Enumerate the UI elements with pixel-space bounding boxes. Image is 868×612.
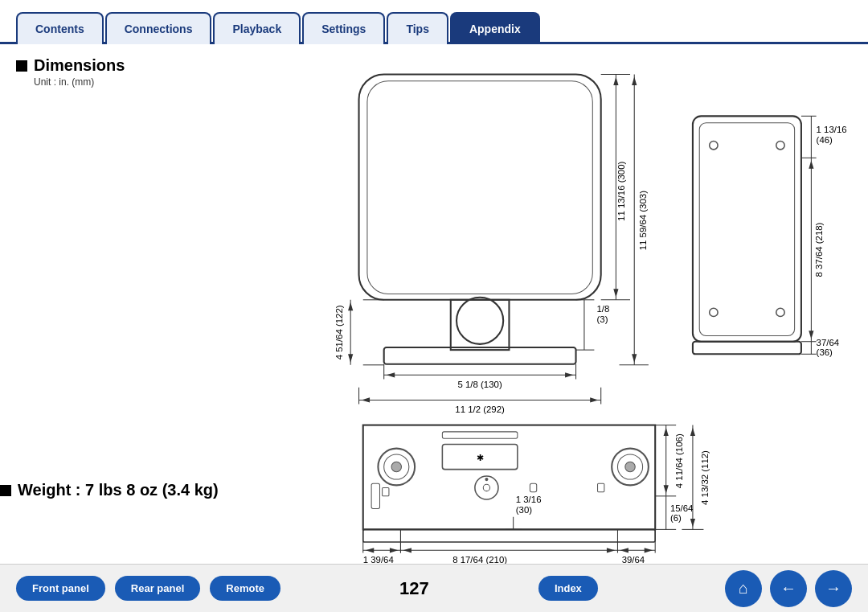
svg-marker-28 <box>590 397 598 402</box>
weight-icon <box>0 485 11 496</box>
svg-point-54 <box>391 462 401 471</box>
svg-marker-73 <box>690 519 695 527</box>
dim-speaker-height-1: 11 13/16 (300) <box>616 162 626 221</box>
weight-section: Weight : 7 lbs 8 oz (3.4 kg) <box>0 481 219 499</box>
dim-rec-bottom-2: (30) <box>516 505 532 515</box>
svg-rect-32 <box>693 116 801 341</box>
svg-marker-44 <box>809 160 813 168</box>
weight-text: Weight : 7 lbs 8 oz (3.4 kg) <box>18 481 219 499</box>
svg-rect-61 <box>598 483 604 491</box>
svg-marker-22 <box>387 372 395 377</box>
svg-rect-2 <box>451 300 510 350</box>
svg-marker-86 <box>620 548 628 552</box>
forward-button[interactable]: → <box>815 570 852 607</box>
svg-rect-33 <box>699 123 794 336</box>
tab-contents[interactable]: Contents <box>16 12 104 44</box>
svg-rect-1 <box>367 81 592 294</box>
back-icon: ← <box>780 579 796 598</box>
tab-tips[interactable]: Tips <box>387 12 448 44</box>
svg-rect-92 <box>363 529 655 542</box>
svg-marker-82 <box>403 548 411 552</box>
home-icon: ⌂ <box>739 579 748 598</box>
svg-point-35 <box>776 142 784 150</box>
svg-marker-78 <box>390 548 398 552</box>
svg-marker-68 <box>664 428 669 436</box>
svg-rect-38 <box>693 342 801 355</box>
svg-point-63 <box>483 484 489 491</box>
dim-side-bot-1: 37/64 <box>817 338 840 347</box>
front-panel-button[interactable]: Front panel <box>16 576 105 601</box>
dim-base-width: 5 1/8 (130) <box>458 380 502 389</box>
svg-marker-72 <box>690 428 695 436</box>
svg-marker-17 <box>348 302 353 310</box>
tab-playback[interactable]: Playback <box>213 12 301 44</box>
dim-base-small-1: 1/8 <box>597 304 610 314</box>
svg-marker-18 <box>348 354 353 362</box>
forward-icon: → <box>825 579 841 598</box>
tab-connections[interactable]: Connections <box>105 12 212 44</box>
svg-text:✱: ✱ <box>477 453 484 462</box>
dim-side-small-2: (6) <box>670 513 682 523</box>
svg-point-37 <box>776 308 784 316</box>
svg-marker-9 <box>613 289 618 297</box>
svg-marker-83 <box>607 548 615 552</box>
dim-base-small-2: (3) <box>597 314 608 324</box>
svg-point-3 <box>457 298 503 344</box>
svg-marker-69 <box>664 485 669 493</box>
svg-rect-58 <box>371 483 379 508</box>
home-button[interactable]: ⌂ <box>725 570 762 607</box>
dim-stand-height: 4 51/64 (122) <box>334 305 344 359</box>
svg-marker-77 <box>366 548 374 552</box>
navigation-tabs: Contents Connections Playback Settings T… <box>0 0 868 44</box>
rear-panel-button[interactable]: Rear panel <box>115 576 200 601</box>
dim-side-mid: 8 37/64 (218) <box>814 222 824 277</box>
svg-point-36 <box>710 308 718 316</box>
svg-marker-87 <box>645 548 653 552</box>
tab-settings[interactable]: Settings <box>302 12 385 44</box>
svg-rect-59 <box>383 487 389 495</box>
svg-rect-60 <box>530 483 536 491</box>
svg-rect-49 <box>442 432 517 438</box>
svg-marker-27 <box>362 397 370 402</box>
bottom-navigation: Front panel Rear panel Remote 127 Index … <box>0 564 868 612</box>
page-number: 127 <box>399 578 429 599</box>
svg-point-57 <box>625 462 635 471</box>
svg-rect-48 <box>363 425 655 530</box>
svg-marker-45 <box>809 331 813 339</box>
dim-total-width: 11 1/2 (292) <box>455 405 505 414</box>
main-content: Dimensions Unit : in. (mm) 11 13/16 ( <box>0 44 868 564</box>
dim-rec-main-width: 8 17/64 (210) <box>452 555 507 564</box>
dim-receiver-h1: 4 11/64 (106) <box>674 433 684 488</box>
dim-side-bot-2: (36) <box>817 347 833 357</box>
tab-appendix[interactable]: Appendix <box>450 12 540 44</box>
icon-buttons: ⌂ ← → <box>717 570 852 607</box>
svg-rect-0 <box>359 74 601 299</box>
svg-marker-13 <box>632 354 637 362</box>
svg-marker-12 <box>632 77 637 85</box>
index-button[interactable]: Index <box>538 576 598 601</box>
svg-marker-23 <box>565 372 573 377</box>
dim-rec-bottom-1: 1 3/16 <box>516 495 542 504</box>
svg-point-64 <box>485 478 488 481</box>
back-button[interactable]: ← <box>770 570 807 607</box>
svg-point-34 <box>710 142 718 150</box>
dim-side-small-1: 15/64 <box>670 503 694 513</box>
svg-marker-8 <box>613 77 618 85</box>
dim-speaker-height-2: 11 59/64 (303) <box>638 191 648 250</box>
remote-button[interactable]: Remote <box>210 576 280 601</box>
dim-side-top-2: (46) <box>817 135 833 145</box>
dim-receiver-h2: 4 13/32 (112) <box>700 450 710 505</box>
dim-side-top-1: 1 13/16 <box>817 125 847 134</box>
